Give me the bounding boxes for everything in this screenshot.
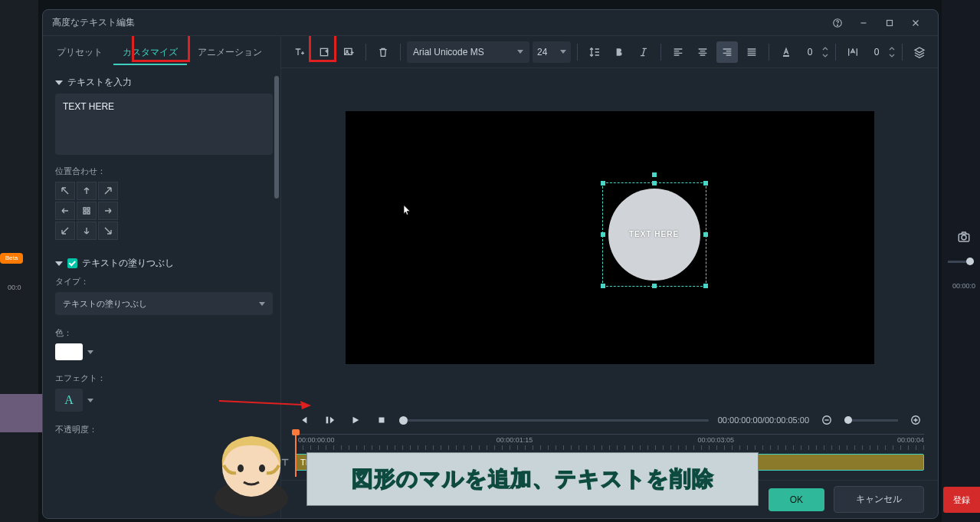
type-label: タイプ： <box>55 276 273 287</box>
italic-icon[interactable] <box>633 41 654 63</box>
bg-purple-clip <box>0 394 46 432</box>
svg-rect-12 <box>326 417 329 424</box>
svg-line-16 <box>219 401 302 405</box>
minimize-icon[interactable] <box>851 13 877 33</box>
video-caption: 図形のマルを追加、テキストを削除 <box>306 452 759 506</box>
align-right-icon[interactable] <box>716 41 738 63</box>
zoom-in-icon[interactable] <box>907 412 924 428</box>
text-input[interactable]: TEXT HERE <box>55 94 273 155</box>
window-title: 高度なテキスト編集 <box>52 16 824 29</box>
align-label: 位置合わせ： <box>55 166 273 177</box>
chevron-down-icon <box>55 80 63 85</box>
preview-area[interactable]: TEXT HERE <box>281 68 938 406</box>
playbar: 00:00:00:00/00:00:05:00 <box>281 406 938 434</box>
tracking-value: 0 <box>800 47 820 57</box>
text-color-icon[interactable] <box>775 41 797 63</box>
align-justify-icon[interactable] <box>741 41 762 63</box>
mouse-cursor-icon <box>403 205 411 215</box>
bold-icon[interactable] <box>608 41 630 63</box>
chevron-down-icon[interactable] <box>87 399 93 402</box>
help-icon[interactable] <box>824 13 851 33</box>
leading-input[interactable]: 0 <box>867 45 896 59</box>
play-icon[interactable] <box>347 412 364 428</box>
add-image-icon[interactable] <box>338 41 359 63</box>
annotation-highlight-tab <box>132 36 190 62</box>
bg-timecode-left: 00:0 <box>8 284 21 291</box>
svg-rect-5 <box>887 20 893 25</box>
fill-checkbox[interactable] <box>67 258 77 268</box>
chevron-down-icon[interactable] <box>87 350 93 354</box>
tick-0: 00:00:00:00 <box>298 436 335 444</box>
seek-bar[interactable] <box>399 419 709 422</box>
line-height-icon[interactable] <box>584 41 605 63</box>
zoom-slider[interactable] <box>844 419 898 422</box>
maximize-icon[interactable] <box>877 13 903 33</box>
register-badge[interactable]: 登録 <box>943 487 980 513</box>
add-text-icon[interactable] <box>289 41 310 63</box>
align-grid <box>55 182 273 240</box>
color-swatch[interactable] <box>55 343 83 360</box>
text-editor-modal: 高度なテキスト編集 プリセット カスタマイズ アニメーション テキストを入力 T… <box>42 9 939 519</box>
size-select[interactable]: 24 <box>533 41 571 63</box>
svg-point-21 <box>259 465 265 472</box>
align-bottom-left[interactable] <box>55 222 75 240</box>
annotation-highlight-toolbar <box>309 36 336 62</box>
bg-timecode-right: 00:00:0 <box>952 282 975 290</box>
right-strip: 00:00:0 <box>942 0 980 522</box>
svg-point-20 <box>238 465 244 472</box>
effect-select[interactable]: A <box>55 389 83 412</box>
selection-box[interactable] <box>602 182 706 287</box>
camera-icon[interactable] <box>957 230 971 247</box>
section-text-input[interactable]: テキストを入力 <box>55 76 273 89</box>
titlebar: 高度なテキスト編集 <box>43 10 938 36</box>
annotation-arrow <box>219 395 311 410</box>
color-label: 色： <box>55 327 273 339</box>
svg-marker-17 <box>300 401 311 409</box>
size-value: 24 <box>537 47 547 57</box>
ok-button[interactable]: OK <box>769 488 824 511</box>
tab-animation[interactable]: アニメーション <box>188 41 271 65</box>
tab-preset[interactable]: プリセット <box>48 41 112 65</box>
tick-1: 00:00:01:15 <box>497 436 533 444</box>
align-top-left[interactable] <box>55 182 75 200</box>
align-bottom-right[interactable] <box>98 222 118 240</box>
align-top[interactable] <box>77 182 97 200</box>
zoom-out-icon[interactable] <box>818 412 835 428</box>
align-bottom[interactable] <box>77 222 97 240</box>
delete-icon[interactable] <box>372 41 394 63</box>
beta-badge: Beta <box>0 253 23 264</box>
avatar-illustration <box>205 425 297 517</box>
zoom-slider[interactable] <box>948 261 974 263</box>
main-panel: Arial Unicode MS 24 0 <box>281 36 938 518</box>
align-top-right[interactable] <box>98 182 118 200</box>
leading-value: 0 <box>867 47 887 57</box>
layers-icon[interactable] <box>909 41 930 63</box>
chevron-down-icon <box>560 50 566 54</box>
align-left-icon[interactable] <box>667 41 689 63</box>
svg-point-3 <box>837 25 838 25</box>
stop-icon[interactable] <box>373 412 390 428</box>
align-center-icon[interactable] <box>692 41 713 63</box>
play-pause-icon[interactable] <box>321 412 338 428</box>
align-center[interactable] <box>77 202 97 220</box>
effect-label: エフェクト： <box>55 373 273 384</box>
timeline-ruler[interactable]: 00:00:00:00 00:00:01:15 00:00:03:05 00:0… <box>295 434 924 451</box>
close-icon[interactable] <box>903 13 929 33</box>
tracking-input[interactable]: 0 <box>800 45 829 59</box>
align-right[interactable] <box>98 202 118 220</box>
preview-stage[interactable]: TEXT HERE <box>346 111 874 364</box>
svg-rect-11 <box>783 55 789 57</box>
char-spacing-icon[interactable] <box>842 41 864 63</box>
fill-type-select[interactable]: テキストの塗りつぶし <box>55 292 273 315</box>
chevron-down-icon <box>517 50 523 54</box>
sidebar-tabs: プリセット カスタマイズ アニメーション <box>43 36 280 67</box>
font-value: Arial Unicode MS <box>413 47 484 57</box>
chevron-down-icon <box>259 302 265 306</box>
prev-frame-icon[interactable] <box>295 412 312 428</box>
section-fill-label: テキストの塗りつぶし <box>82 257 174 270</box>
align-left[interactable] <box>55 202 75 220</box>
cancel-button[interactable]: キャンセル <box>834 486 924 513</box>
section-fill[interactable]: テキストの塗りつぶし <box>55 257 273 270</box>
font-select[interactable]: Arial Unicode MS <box>407 41 529 63</box>
sidebar-scrollbar[interactable] <box>274 76 279 199</box>
